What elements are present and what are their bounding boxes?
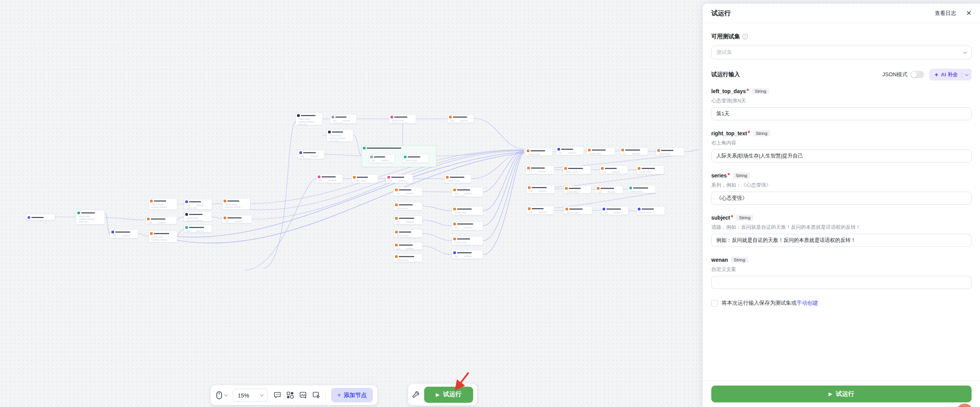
field-input[interactable] xyxy=(711,107,972,120)
zoom-level-select[interactable]: 15% xyxy=(233,389,268,402)
node-field-pill xyxy=(406,221,414,223)
json-mode-toggle[interactable] xyxy=(910,71,924,78)
workflow-node[interactable] xyxy=(656,148,684,156)
node-field-pill xyxy=(658,153,665,155)
node-icon xyxy=(370,156,373,158)
workflow-node[interactable] xyxy=(369,154,395,163)
testset-select[interactable]: 测试集 xyxy=(711,46,972,59)
workflow-node[interactable] xyxy=(389,114,416,124)
field-input[interactable] xyxy=(711,234,972,247)
node-title-bar xyxy=(532,208,544,209)
workflow-node[interactable] xyxy=(448,114,474,123)
workflow-node[interactable] xyxy=(298,150,325,159)
workflow-node[interactable] xyxy=(636,166,664,174)
node-field-pill xyxy=(608,191,616,193)
workflow-node[interactable] xyxy=(330,114,357,124)
comment-button[interactable] xyxy=(273,391,281,399)
workflow-node[interactable] xyxy=(636,206,665,215)
workflow-node[interactable] xyxy=(184,199,212,210)
workflow-node[interactable] xyxy=(149,198,177,210)
workflow-node[interactable] xyxy=(452,221,483,230)
node-field-pill xyxy=(119,238,123,239)
workflow-node[interactable] xyxy=(327,129,353,142)
field-input[interactable] xyxy=(711,192,972,205)
auto-layout-icon[interactable] xyxy=(286,391,294,399)
workflow-node[interactable] xyxy=(222,198,250,210)
field-input[interactable] xyxy=(711,276,972,289)
node-field-pill xyxy=(307,158,311,160)
ai-complete-dropdown[interactable] xyxy=(962,74,972,75)
workflow-node[interactable] xyxy=(564,185,591,194)
workflow-node[interactable] xyxy=(26,214,55,220)
workflow-node[interactable] xyxy=(386,174,413,183)
field-name: wenan xyxy=(711,257,728,263)
workflow-node[interactable] xyxy=(351,174,378,183)
field-input[interactable] xyxy=(711,149,972,162)
workflow-node[interactable] xyxy=(222,215,252,223)
pointer-tool-button[interactable] xyxy=(215,391,227,399)
workflow-node[interactable] xyxy=(599,166,628,174)
workflow-node[interactable] xyxy=(452,206,483,215)
panel-test-run-button[interactable]: ▶ 试运行 xyxy=(711,386,972,402)
workflow-node[interactable] xyxy=(110,229,138,238)
node-field-pill xyxy=(454,212,461,213)
node-field-pill xyxy=(454,256,458,257)
workflow-node[interactable] xyxy=(184,212,212,222)
field: left_top_days * String 心态变强|第N天 xyxy=(711,87,972,120)
workflow-node[interactable] xyxy=(394,254,423,262)
workflow-node[interactable] xyxy=(394,215,423,225)
wrench-icon[interactable] xyxy=(412,391,420,399)
workflow-node[interactable] xyxy=(316,174,343,183)
workflow-node[interactable] xyxy=(564,206,592,215)
node-field-pill xyxy=(399,120,404,121)
node-field-pill xyxy=(598,191,602,193)
workflow-node[interactable] xyxy=(452,187,483,197)
manual-create-link[interactable]: 手动创建 xyxy=(797,300,818,307)
workflow-node[interactable] xyxy=(296,113,323,125)
test-run-button[interactable]: ▶ 试运行 xyxy=(424,387,473,403)
ai-complete-button[interactable]: ✦ AI 补全 xyxy=(929,69,972,80)
node-title-bar xyxy=(227,200,239,202)
frame-select-icon[interactable] xyxy=(312,391,320,399)
view-logs-button[interactable]: 查看日志 xyxy=(935,10,956,17)
node-field-pill xyxy=(535,154,540,155)
workflow-node[interactable] xyxy=(452,250,483,259)
workflow-node[interactable] xyxy=(595,185,623,194)
workflow-node[interactable] xyxy=(394,187,423,196)
zoom-level-value: 15% xyxy=(238,392,249,399)
workflow-node[interactable] xyxy=(145,216,177,224)
workflow-node[interactable] xyxy=(563,166,591,174)
workflow-node[interactable] xyxy=(526,185,555,194)
node-icon xyxy=(185,226,188,229)
workflow-node[interactable] xyxy=(586,147,615,155)
node-field-pill xyxy=(406,248,414,249)
workflow-node[interactable] xyxy=(452,236,483,245)
workflow-node[interactable] xyxy=(444,174,472,183)
node-field-pill xyxy=(151,242,156,243)
workflow-node[interactable] xyxy=(149,231,177,243)
workflow-node[interactable] xyxy=(394,229,423,238)
workflow-node[interactable] xyxy=(525,148,553,156)
save-as-testset-checkbox[interactable] xyxy=(711,300,718,307)
workflow-node[interactable] xyxy=(394,242,423,250)
node-field-pill xyxy=(158,236,163,238)
workflow-node[interactable] xyxy=(628,185,656,193)
node-field-pill xyxy=(646,171,651,173)
image-export-icon[interactable] xyxy=(299,391,307,399)
workflow-node[interactable] xyxy=(556,146,584,155)
node-icon xyxy=(528,186,531,189)
close-icon[interactable]: ✕ xyxy=(966,10,972,16)
workflow-node[interactable] xyxy=(526,165,554,174)
node-title-bar xyxy=(115,231,130,233)
workflow-node[interactable] xyxy=(601,206,629,215)
node-field-pill xyxy=(454,180,459,182)
workflow-node[interactable] xyxy=(184,225,212,233)
workflow-node[interactable] xyxy=(526,206,554,215)
add-node-label: 添加节点 xyxy=(344,392,367,399)
workflow-node[interactable] xyxy=(76,210,105,225)
node-title-bar xyxy=(601,188,614,189)
workflow-node[interactable] xyxy=(402,154,429,163)
add-node-button[interactable]: + 添加节点 xyxy=(331,388,373,402)
workflow-node[interactable] xyxy=(394,202,423,210)
workflow-node[interactable] xyxy=(620,147,648,155)
